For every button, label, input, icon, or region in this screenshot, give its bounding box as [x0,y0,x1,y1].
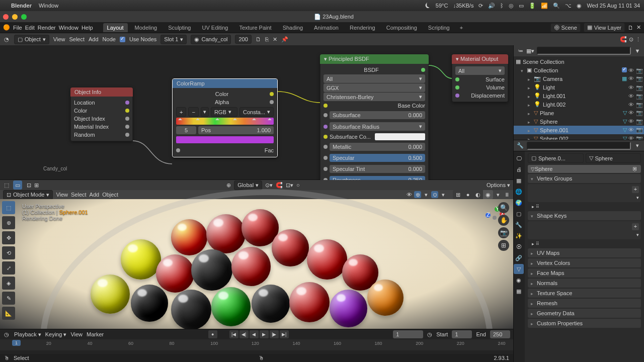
bsdf-all[interactable]: All▾ [324,74,425,83]
ramp-remove-stop[interactable]: − [188,107,198,117]
node-color-ramp[interactable]: ColorRamp Color Alpha + − ▾ RGB ▾ Consta… [172,78,278,157]
outliner-search[interactable] [537,47,631,55]
display-icon[interactable]: ▭ [519,3,524,9]
panel-geometry-data[interactable]: Geometry Data [528,309,641,318]
menu-window[interactable]: Window [59,25,78,31]
node-menu-add[interactable]: Add [89,36,99,42]
shader-type-selector[interactable]: ▢ Object ▾ [14,35,49,44]
start-frame[interactable]: 1 [452,330,472,338]
pan-icon[interactable]: ✋ [498,215,509,226]
workspace-animation[interactable]: Animation [310,23,343,32]
blender-icon[interactable]: 🟠 [3,24,10,31]
tab-material[interactable]: ◉ [514,275,524,285]
outliner-item[interactable]: ▽Sphere▽👁📷 [514,117,644,126]
tool-transform[interactable]: ◈ [2,277,15,290]
menu-help[interactable]: Help [82,25,93,31]
end-frame[interactable]: 250 [490,330,510,338]
workspace-modeling[interactable]: Modeling [131,23,162,32]
add-vertex-group[interactable]: + [632,186,639,193]
color-ramp-gradient[interactable] [176,118,274,125]
pause-render-icon[interactable]: ⏸ [503,191,510,198]
vpn-icon[interactable]: ⏾ [425,3,431,9]
pivot-icon[interactable]: ⊙▾ [265,182,273,189]
material-new-button[interactable]: 🗋 [256,36,261,42]
tab-viewlayer[interactable]: ▦ [514,175,524,186]
mode-selector[interactable]: ⊡ Object Mode ▾ [3,190,53,200]
bsdf-specular-tint[interactable]: Specular Tint0.000 [330,165,425,173]
filter-icon[interactable]: ▼ [634,47,641,54]
menu-file[interactable]: File [13,25,22,31]
tab-object[interactable]: ▢ [514,209,524,219]
panel-normals[interactable]: Normals [528,279,641,288]
outliner-item[interactable]: ▽Plane▽👁📷 [514,109,644,117]
tab-constraints[interactable]: 🔗 [514,253,524,263]
play-reverse-button[interactable]: ◀ [250,330,259,338]
material-users[interactable]: 200 [235,35,251,44]
current-frame[interactable]: 1 [393,330,423,338]
viewlayer-selector[interactable]: ▦ View Layer [584,23,625,32]
workspace-shading[interactable]: Shading [279,23,307,32]
add-shape-key[interactable]: + [632,223,639,230]
tool-rotate[interactable]: ⟲ [2,246,15,259]
vp-menu-select[interactable]: Select [71,192,87,198]
tool-select[interactable]: ▭ [13,180,22,190]
shading-wireframe[interactable]: ⊞ [453,190,463,199]
outliner-item[interactable]: 💡Light.001👁📷 [514,92,644,100]
ramp-add-stop[interactable]: + [176,107,186,117]
workspace-texturepaint[interactable]: Texture Paint [235,23,275,32]
overlay-toggle-icon[interactable]: ⊕ [414,191,421,198]
select-mode-icon[interactable]: ⊡ [25,182,32,189]
node-editor[interactable]: Object Info Location Color Object Index … [0,45,513,180]
panel-face-maps[interactable]: Face Maps [528,268,641,278]
context-data[interactable]: ▽ Sphere [586,153,641,163]
outliner-item-selected[interactable]: ▽Sphere.001▽👁📷 [514,126,644,134]
wifi-icon[interactable]: 📶 [541,3,548,9]
close-window-button[interactable] [3,14,9,20]
perspective-toggle-icon[interactable]: ⊞ [498,240,509,251]
workspace-scripting[interactable]: Scripting [424,23,454,32]
tab-physics[interactable]: ⦿ [514,242,524,252]
scene-selector[interactable]: 🞋 Scene [550,23,581,32]
vp-menu-object[interactable]: Object [102,192,118,198]
timeline-ruler[interactable]: 1 20 40 60 80 100 120 140 160 180 200 22… [0,339,513,350]
collection-row[interactable]: ▣Collection👁📷 [514,66,644,74]
clock-icon[interactable]: ◷ [427,331,432,338]
zoom-icon[interactable]: 🔍 [498,202,509,213]
keyframe-prev-button[interactable]: ◀| [239,330,249,338]
airdrop-icon[interactable]: ◎ [509,3,514,9]
shading-solid[interactable]: ● [463,190,473,199]
display-mode-icon[interactable]: ▦▾ [527,47,534,54]
material-copy-button[interactable]: ⎘ [265,36,269,42]
properties-search[interactable] [527,142,631,150]
editor-type-icon[interactable]: ≔ [517,47,524,54]
node-object-info[interactable]: Object Info Location Color Object Index … [70,87,133,141]
editor-type-icon[interactable]: ◷ [3,331,10,338]
overlay-icon[interactable]: ⊙ [629,36,633,43]
context-object[interactable]: ▢ Sphere.0... [528,153,584,163]
control-center-icon[interactable]: ⌥ [565,3,572,9]
tab-texture[interactable]: ▦ [514,286,524,296]
editor-type-icon[interactable]: ⬚ [3,182,10,189]
node-menu-view[interactable]: View [53,36,65,42]
node-options-icon[interactable]: ⋮ [635,36,641,43]
vp-menu-add[interactable]: Add [90,192,100,198]
ramp-index[interactable]: 5 [176,126,196,134]
jump-start-button[interactable]: |◀ [229,330,238,338]
snap-target-icon[interactable]: ⊡▾ [286,182,293,189]
tool-select-box[interactable]: ⬚ [2,201,15,214]
tab-scene[interactable]: 🌐 [514,187,524,197]
ramp-position[interactable]: Pos1.000 [198,126,274,134]
jump-end-button[interactable]: ▶| [280,330,289,338]
panel-shape-keys[interactable]: Shape Keys [528,211,641,220]
overlay-drop-icon[interactable]: ▾ [440,191,447,198]
panel-uv-maps[interactable]: UV Maps [528,248,641,257]
ramp-color-swatch[interactable] [176,136,274,143]
xray-icon[interactable]: ▾ [423,191,430,198]
outliner-item[interactable]: 📷Camera▦👁📷 [514,74,644,83]
battery-icon[interactable]: 🔋 [529,3,536,9]
menu-window[interactable]: Window [39,3,58,9]
data-name-field[interactable]: ▽ Sphere⛨ [528,165,641,173]
play-button[interactable]: ▶ [260,330,269,338]
outliner-item[interactable]: 💡Light.002👁📷 [514,100,644,109]
outliner-item[interactable]: 💡Light👁📷 [514,83,644,92]
